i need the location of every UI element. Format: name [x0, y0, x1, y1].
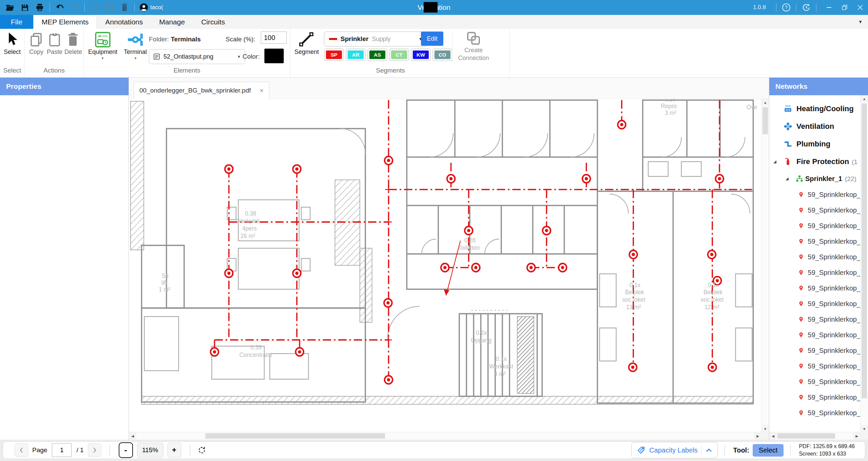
restore-button[interactable]: [837, 0, 852, 15]
equipment-icon[interactable]: [95, 32, 111, 49]
network-node-heating-cooling[interactable]: Heating/Cooling: [769, 100, 861, 118]
next-page-button[interactable]: [88, 443, 101, 457]
capacity-labels-button[interactable]: Capacity Labels: [631, 442, 718, 458]
horizontal-scroll-thumb[interactable]: [777, 433, 835, 439]
segment-badge-CT[interactable]: CT: [389, 48, 409, 61]
rotate-icon[interactable]: [197, 445, 207, 455]
select-cursor-icon[interactable]: [7, 32, 18, 48]
close-button[interactable]: [852, 0, 868, 15]
canvas-vertical-scrollbar[interactable]: ▲ ▼: [761, 99, 769, 432]
document-tab[interactable]: 00_onderlegger_BG_bwk_sprinkler.pdf ×: [134, 82, 269, 99]
terminal-button[interactable]: Terminal: [119, 48, 152, 56]
segment-badge-AS[interactable]: AS: [367, 48, 387, 61]
minimize-button[interactable]: [821, 0, 837, 15]
user-account-button[interactable]: taco(: [139, 3, 163, 12]
copy-icon[interactable]: [90, 2, 100, 13]
history-icon[interactable]: [801, 2, 811, 13]
networks-vertical-scrollbar[interactable]: ▲ ▼: [860, 95, 868, 432]
network-node-plumbing[interactable]: Plumbing: [769, 135, 861, 153]
network-item-sprinklerkop[interactable]: 59_Sprinklerkop_: [769, 280, 861, 296]
network-item-sprinklerkop[interactable]: 59_Sprinklerkop_: [769, 389, 861, 405]
network-node-fire-protection[interactable]: Fire Protection(1: [769, 153, 861, 171]
redo-icon[interactable]: [70, 2, 80, 13]
chevron-up-icon[interactable]: [706, 448, 712, 452]
segment-badge-SP[interactable]: SP: [324, 48, 344, 61]
delete-button[interactable]: Delete: [63, 48, 84, 56]
create-connection-button[interactable]: Create Connection: [453, 46, 494, 62]
save-icon[interactable]: [20, 2, 30, 13]
previous-page-button[interactable]: [15, 443, 28, 457]
paste-icon[interactable]: [104, 2, 115, 13]
zoom-in-button[interactable]: +: [168, 443, 181, 458]
element-file-dropdown[interactable]: 52_Ontlastput.png ▼: [149, 49, 245, 64]
page-number-input[interactable]: [52, 443, 72, 457]
terminal-icon[interactable]: [127, 32, 143, 49]
equipment-dropdown-caret[interactable]: ▼: [101, 57, 104, 60]
scroll-left-icon[interactable]: ◀: [129, 432, 136, 440]
segment-icon[interactable]: [298, 31, 315, 49]
close-tab-icon[interactable]: ×: [260, 87, 264, 95]
scroll-down-icon[interactable]: ▼: [761, 425, 769, 432]
network-item-label: 59_Sprinklerkop_: [808, 191, 861, 199]
segment-type-dropdown[interactable]: Sprinkler Supply ▼: [324, 32, 428, 46]
scroll-down-icon[interactable]: ▼: [861, 425, 868, 432]
networks-horizontal-scrollbar[interactable]: ◀ ▶: [769, 432, 861, 440]
delete-icon[interactable]: [119, 2, 130, 13]
network-item-sprinklerkop[interactable]: 59_Sprinklerkop_: [769, 218, 861, 234]
scroll-up-icon[interactable]: ▲: [861, 95, 868, 102]
network-item-sprinklerkop[interactable]: 59_Sprinklerkop_: [769, 249, 861, 265]
tab-file[interactable]: File: [0, 15, 33, 29]
network-item-sprinklerkop[interactable]: 59_Sprinklerkop_: [769, 358, 861, 374]
network-item-sprinklerkop[interactable]: 59_Sprinklerkop_: [769, 202, 861, 218]
color-swatch[interactable]: [264, 48, 284, 63]
network-item-sprinklerkop[interactable]: 59_Sprinklerkop_: [769, 327, 861, 343]
network-item-sprinklerkop[interactable]: 59_Sprinklerkop_: [769, 234, 861, 249]
tab-manage[interactable]: Manage: [151, 15, 193, 29]
undo-icon[interactable]: [55, 2, 65, 13]
network-item-sprinklerkop[interactable]: 59_Sprinklerkop_: [769, 343, 861, 358]
copy-icon[interactable]: [30, 32, 43, 48]
expander-icon[interactable]: [786, 177, 789, 180]
network-item-sprinklerkop[interactable]: 59_Sprinklerkop_: [769, 296, 861, 312]
terminal-dropdown-caret[interactable]: ▼: [134, 57, 137, 60]
zoom-out-button[interactable]: -: [119, 442, 133, 458]
expander-icon[interactable]: [773, 160, 776, 163]
edit-button[interactable]: Edit: [421, 32, 443, 46]
network-item-sprinklerkop[interactable]: 59_Sprinklerkop_: [769, 187, 861, 202]
segment-button[interactable]: Segment: [290, 48, 323, 56]
open-file-icon[interactable]: [5, 2, 15, 13]
canvas-horizontal-scrollbar[interactable]: ◀ ▶: [129, 432, 761, 440]
network-item-sprinklerkop[interactable]: 59_Sprinklerkop_: [769, 374, 861, 389]
print-icon[interactable]: [35, 2, 45, 13]
scroll-right-icon[interactable]: ▶: [853, 432, 861, 440]
horizontal-scroll-thumb[interactable]: [205, 433, 385, 439]
paste-icon[interactable]: [48, 32, 61, 48]
scale-input[interactable]: [261, 32, 287, 44]
network-item-sprinklerkop[interactable]: 59_Sprinklerkop_: [769, 405, 861, 421]
network-item-sprinklerkop[interactable]: 59_Sprinklerkop_: [769, 265, 861, 280]
active-tool-badge[interactable]: Select: [753, 444, 784, 457]
vertical-scroll-thumb[interactable]: [862, 103, 867, 398]
scroll-left-icon[interactable]: ◀: [769, 432, 777, 440]
delete-icon[interactable]: [66, 32, 80, 48]
tab-mep-elements[interactable]: MEP Elements: [33, 15, 97, 29]
segment-badge-KW[interactable]: KW: [411, 48, 431, 61]
vertical-scroll-thumb[interactable]: [763, 107, 768, 134]
equipment-button[interactable]: Equipment: [84, 48, 121, 56]
select-button[interactable]: Select: [0, 48, 24, 56]
network-node-sprinkler-1[interactable]: Sprinkler_1(22): [769, 171, 861, 187]
tab-circuits[interactable]: Circuits: [193, 15, 233, 29]
network-item-sprinklerkop[interactable]: 59_Sprinklerkop_: [769, 312, 861, 327]
help-icon[interactable]: ?: [781, 2, 791, 13]
segment-badge-CO[interactable]: CO: [432, 48, 452, 61]
ribbon-collapse-caret[interactable]: ▼: [858, 15, 863, 29]
pdf-canvas[interactable]: 0.26Repro3 m²Ove0.38Werkplek4pers26 m²55…: [129, 99, 769, 440]
titlebar-separator: [796, 3, 796, 12]
zoom-level[interactable]: 115%: [137, 443, 163, 458]
segment-badge-AR[interactable]: AR: [346, 48, 366, 61]
scroll-right-icon[interactable]: ▶: [754, 432, 761, 440]
network-node-ventilation[interactable]: Ventilation: [769, 118, 861, 135]
paste-button[interactable]: Paste: [44, 48, 65, 56]
tab-annotations[interactable]: Annotations: [97, 15, 151, 29]
scroll-up-icon[interactable]: ▲: [761, 99, 769, 106]
